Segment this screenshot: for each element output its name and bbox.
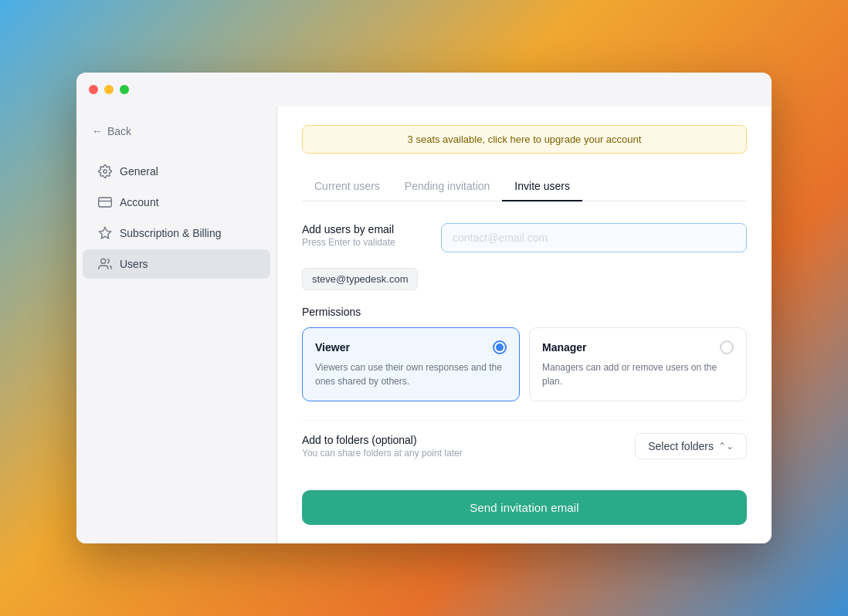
permission-viewer-title: Viewer xyxy=(315,341,350,354)
select-folders-label: Select folders xyxy=(648,440,714,452)
sidebar-item-subscription-label: Subscription & Billing xyxy=(120,227,222,239)
permission-viewer-header: Viewer xyxy=(315,340,507,354)
add-users-section: Add users by email Press Enter to valida… xyxy=(302,223,747,252)
svg-marker-3 xyxy=(100,228,111,239)
sidebar-item-general[interactable]: General xyxy=(83,157,270,186)
main-layout: ← Back General Account xyxy=(76,107,772,543)
app-window: ← Back General Account xyxy=(76,73,772,543)
permissions-label: Permissions xyxy=(302,306,747,318)
sidebar-item-account[interactable]: Account xyxy=(83,188,270,217)
folders-sublabel: You can share folders at any point later xyxy=(302,448,463,459)
close-button[interactable] xyxy=(89,85,98,94)
permission-manager-radio[interactable] xyxy=(720,340,734,354)
permission-manager-title: Manager xyxy=(542,341,587,354)
permission-manager-card[interactable]: Manager Managers can add or remove users… xyxy=(529,327,747,401)
gear-icon xyxy=(98,164,112,178)
tab-invite-users[interactable]: Invite users xyxy=(502,172,582,201)
folders-section: Add to folders (optional) You can share … xyxy=(302,420,747,472)
chevron-updown-icon: ⌃⌄ xyxy=(718,441,734,452)
svg-point-4 xyxy=(101,259,106,263)
email-tag: steve@typedesk.com xyxy=(302,268,418,290)
add-users-label: Add users by email xyxy=(302,223,426,235)
email-input[interactable] xyxy=(441,223,747,252)
content-area: 3 seats available, click here to upgrade… xyxy=(277,107,772,543)
svg-point-0 xyxy=(103,170,107,174)
tabs-bar: Current users Pending invitation Invite … xyxy=(302,172,747,201)
permission-viewer-desc: Viewers can use their own responses and … xyxy=(315,360,507,388)
back-arrow-icon: ← xyxy=(92,125,103,137)
star-icon xyxy=(98,226,112,240)
users-icon xyxy=(98,257,112,271)
folders-info: Add to folders (optional) You can share … xyxy=(302,434,463,459)
titlebar xyxy=(76,73,772,107)
back-button[interactable]: ← Back xyxy=(76,119,276,144)
tab-pending-invitation[interactable]: Pending invitation xyxy=(392,172,503,201)
traffic-lights xyxy=(89,85,129,94)
sidebar: ← Back General Account xyxy=(76,107,277,543)
minimize-button[interactable] xyxy=(104,85,114,94)
creditcard-icon xyxy=(98,195,112,209)
select-folders-button[interactable]: Select folders ⌃⌄ xyxy=(635,433,747,459)
permission-viewer-card[interactable]: Viewer Viewers can use their own respons… xyxy=(302,327,520,401)
permissions-grid: Viewer Viewers can use their own respons… xyxy=(302,327,747,401)
email-input-wrapper xyxy=(441,223,747,252)
send-invitation-button[interactable]: Send invitation email xyxy=(302,490,747,525)
add-users-sublabel: Press Enter to validate xyxy=(302,237,426,248)
sidebar-item-general-label: General xyxy=(120,165,158,178)
permission-manager-header: Manager xyxy=(542,340,734,354)
sidebar-item-subscription[interactable]: Subscription & Billing xyxy=(83,218,270,248)
folders-label: Add to folders (optional) xyxy=(302,434,463,446)
permission-viewer-radio[interactable] xyxy=(493,340,507,354)
back-label: Back xyxy=(107,125,131,137)
svg-rect-1 xyxy=(99,198,112,207)
upgrade-banner[interactable]: 3 seats available, click here to upgrade… xyxy=(302,125,747,154)
sidebar-item-account-label: Account xyxy=(120,196,159,208)
tab-current-users[interactable]: Current users xyxy=(302,172,392,201)
add-users-label-block: Add users by email Press Enter to valida… xyxy=(302,223,426,248)
sidebar-item-users[interactable]: Users xyxy=(83,249,270,279)
fullscreen-button[interactable] xyxy=(120,85,129,94)
upgrade-banner-text: 3 seats available, click here to upgrade… xyxy=(408,134,642,145)
permission-manager-desc: Managers can add or remove users on the … xyxy=(542,360,734,388)
sidebar-item-users-label: Users xyxy=(120,258,148,270)
